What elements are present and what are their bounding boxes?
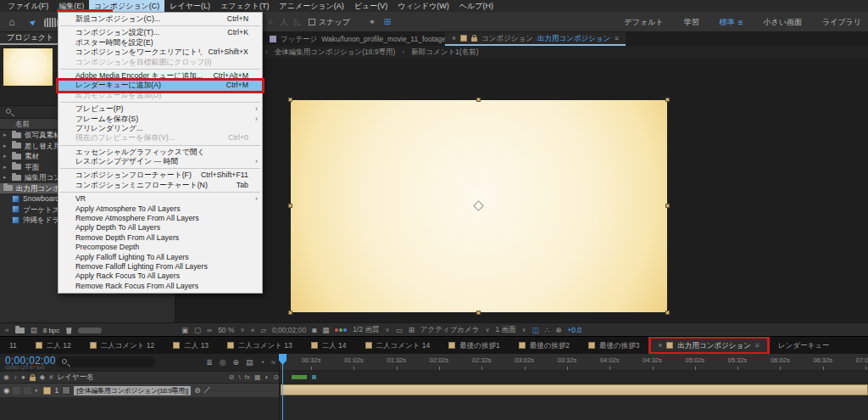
menu-bar-item[interactable]: ファイル(F): [3, 0, 53, 12]
timeline-comp-tab[interactable]: 二人 13: [164, 337, 218, 354]
breadcrumb-back-icon[interactable]: ‹: [265, 46, 268, 58]
channels-icon[interactable]: [335, 328, 347, 332]
menu-item[interactable]: レスポンシブデザイン — 時間: [58, 157, 262, 166]
timeline-comp-tab[interactable]: 二人 12: [26, 337, 81, 354]
timeline-search-input[interactable]: [56, 356, 156, 367]
timeline-comp-tab[interactable]: 二人 14: [302, 337, 356, 354]
menu-item[interactable]: プレビュー(P): [58, 104, 262, 114]
solo-column-icon[interactable]: ●: [21, 373, 25, 381]
twirl-icon[interactable]: ▸: [3, 172, 8, 183]
new-folder-icon[interactable]: [15, 328, 25, 333]
menu-item[interactable]: コンポジションをワークエリアにトリム(W) Ctrl+Shift+X: [58, 48, 262, 57]
exposure-value[interactable]: +0.0: [567, 326, 581, 334]
tool-icon-dim-3[interactable]: ◺: [292, 12, 303, 32]
region-of-interest-icon[interactable]: ⌖: [251, 326, 255, 335]
workspace-menu-icon[interactable]: ≡: [738, 18, 743, 27]
twirl-icon[interactable]: ▸: [3, 151, 8, 162]
panel-menu-icon[interactable]: ≡: [755, 337, 760, 355]
twirl-icon[interactable]: ▸: [3, 130, 8, 141]
main-monitor-icon[interactable]: ▢: [194, 326, 201, 334]
timeline-comp-tab[interactable]: 二人コメント 13: [218, 337, 302, 354]
layer-quality-icon[interactable]: ／: [203, 385, 211, 395]
project-bit-depth[interactable]: 8 bpc: [43, 327, 60, 334]
home-icon[interactable]: ⌂: [2, 12, 22, 32]
close-icon[interactable]: ×: [659, 337, 663, 355]
exposure-grid-icon[interactable]: ⊞: [409, 326, 415, 334]
quality-switch-icon[interactable]: \: [238, 373, 240, 381]
menu-item[interactable]: レンダーキューに追加(A) Ctrl+M: [58, 81, 262, 90]
selection-handle[interactable]: [288, 204, 292, 208]
anchor-point[interactable]: [473, 200, 484, 211]
motion-blur-icon[interactable]: ◔: [260, 358, 264, 367]
lock-column-icon[interactable]: [30, 377, 36, 381]
menu-item[interactable]: 出力モジュールを追加(D): [58, 91, 262, 100]
workspace-item[interactable]: 小さい画面: [764, 17, 802, 28]
workspace-item[interactable]: デフォルト: [625, 17, 664, 28]
selection-handle[interactable]: [476, 311, 481, 315]
tab-composition-active[interactable]: × コンポジション 出力用コンポジション ≡: [445, 32, 626, 46]
pixel-aspect-icon[interactable]: ◫: [532, 326, 539, 334]
breadcrumb-parent-comp[interactable]: 全体編集用コンポジション(16:9専用): [275, 46, 396, 58]
menu-bar-item[interactable]: エフェクト(T): [215, 0, 275, 12]
selection-handle[interactable]: [665, 98, 670, 102]
close-icon[interactable]: ×: [452, 31, 456, 45]
composition-viewport[interactable]: [175, 58, 868, 322]
timeline-comp-tab[interactable]: 最後の挨拶1: [439, 337, 509, 354]
panel-menu-icon[interactable]: ≡: [615, 31, 619, 45]
frame-blend-switch-icon[interactable]: ▦: [254, 373, 261, 381]
selection-handle[interactable]: [665, 204, 670, 208]
graph-editor-icon[interactable]: ≈: [271, 358, 275, 367]
always-preview-icon[interactable]: ▣: [181, 326, 188, 334]
timeline-comp-tab[interactable]: 11: [0, 337, 26, 354]
transparency-grid-icon[interactable]: ▦: [322, 326, 329, 334]
menu-item[interactable]: エッセンシャルグラフィックスで開く: [58, 148, 262, 157]
vr-goggles-icon[interactable]: ∞: [207, 326, 212, 334]
composition-canvas[interactable]: [291, 100, 667, 312]
snapshot-camera-icon[interactable]: ◙: [312, 326, 316, 334]
resolution-value[interactable]: 1/2 画質: [353, 325, 379, 335]
number-column-icon[interactable]: #: [49, 373, 53, 381]
menu-item[interactable]: Apply Depth To All Layers: [58, 223, 262, 232]
menu-item[interactable]: コンポジションミニフローチャート(N) Tab: [58, 181, 262, 190]
fast-previews-icon[interactable]: ▭: [396, 326, 403, 334]
mask-visibility-icon[interactable]: ▱: [260, 326, 266, 334]
effects-switch-icon[interactable]: fx: [245, 373, 250, 381]
twirl-icon[interactable]: ▸: [3, 141, 8, 152]
label-column-icon[interactable]: ◆: [40, 373, 45, 381]
menu-item[interactable]: Remove Falloff Lighting From All Layers: [58, 262, 262, 272]
layer-name-column-header[interactable]: レイヤー名: [57, 372, 93, 383]
menu-bar-item[interactable]: ヘルプ(H): [454, 0, 498, 12]
audio-column-icon[interactable]: ♪: [14, 373, 17, 381]
snap-toggle[interactable]: スナップ: [309, 12, 350, 32]
menu-item[interactable]: プリレンダリング...: [58, 124, 262, 133]
camera-view-value[interactable]: アクティブカメラ: [420, 325, 480, 335]
menu-item[interactable]: VR: [58, 194, 262, 204]
menu-item[interactable]: Remove Atmosphere From All Layers: [58, 214, 262, 223]
menu-item[interactable]: Precompose Depth: [58, 243, 262, 252]
menu-item[interactable]: コンポジション設定(T)... Ctrl+K: [58, 28, 262, 37]
draft-3d-icon[interactable]: ◎: [220, 358, 226, 367]
motion-blur-switch-icon[interactable]: ◐: [264, 373, 269, 381]
menu-item[interactable]: フレームを保存(S): [58, 115, 262, 124]
view-layout-caret-icon[interactable]: ∨: [522, 327, 526, 333]
layer-label-color-swatch[interactable]: [43, 387, 51, 395]
tab-footage[interactable]: フッテージ Waku/funon_profile_movie_11_footag…: [270, 32, 459, 46]
timeline-comp-tab[interactable]: 最後の挨拶3: [579, 337, 648, 354]
trash-icon[interactable]: [65, 327, 72, 334]
video-column-icon[interactable]: ◉: [3, 373, 9, 381]
menu-item[interactable]: Apply Falloff Lighting To All Layers: [58, 253, 262, 262]
selection-handle[interactable]: [476, 98, 481, 102]
menu-item[interactable]: 新規コンポジション(C)... Ctrl+N: [58, 14, 262, 24]
layer-visibility-icon[interactable]: ◉: [3, 386, 9, 395]
lock-icon[interactable]: [471, 37, 477, 42]
viewer-timecode[interactable]: 0;00;02;00: [272, 326, 306, 334]
tool-icon-dim-2[interactable]: 人: [278, 12, 290, 32]
menu-item[interactable]: Adobe Media Encoder キューに追加... Ctrl+Alt+M: [58, 71, 262, 81]
time-ruler[interactable]: 00:32s 01:02s 01:32s 02:02s 02:32s 03:02…: [280, 354, 868, 371]
menu-item[interactable]: Remove Rack Focus From All Layers: [58, 282, 262, 291]
camera-view-caret-icon[interactable]: ∨: [485, 327, 489, 333]
timeline-comp-tab[interactable]: 二人コメント 12: [81, 337, 164, 354]
breadcrumb-current-comp[interactable]: 新郎コメント1(名前): [411, 46, 478, 58]
grid-tool-icon[interactable]: ⊞: [381, 12, 393, 32]
layer-duration-bar[interactable]: [281, 384, 868, 395]
